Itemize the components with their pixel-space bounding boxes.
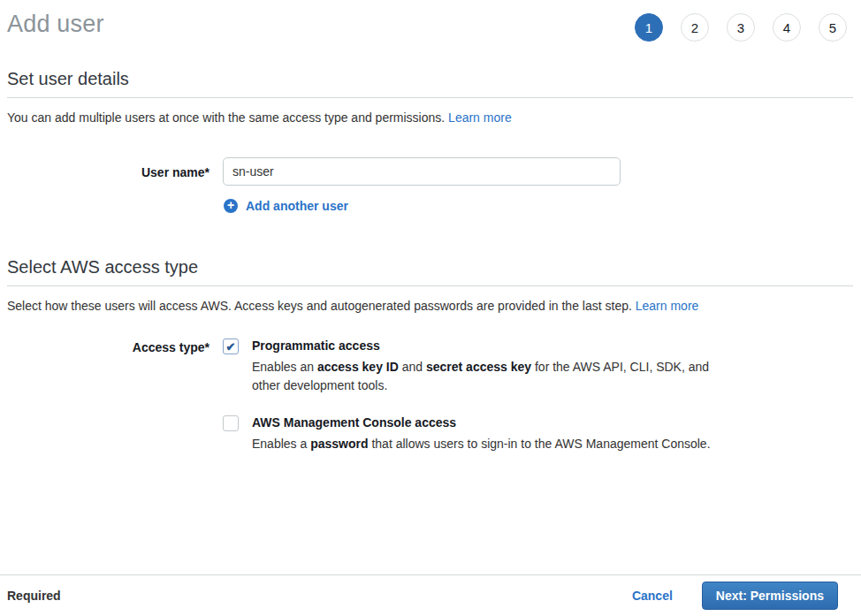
step-2: 2 bbox=[681, 13, 709, 42]
step-2-label: 2 bbox=[691, 20, 698, 35]
page-header: Add user 1 2 3 4 5 bbox=[0, 0, 861, 42]
desc-text: and bbox=[399, 360, 426, 374]
check-icon: ✔ bbox=[226, 341, 236, 353]
desc-text: Enables a bbox=[252, 437, 310, 451]
select-access-type-section: Select AWS access type Select how these … bbox=[0, 257, 861, 453]
learn-more-link-user-details[interactable]: Learn more bbox=[448, 110, 512, 125]
access-type-description-text: Select how these users will access AWS. … bbox=[7, 299, 632, 313]
step-3: 3 bbox=[727, 13, 755, 42]
step-5: 5 bbox=[819, 13, 847, 42]
console-access-checkbox[interactable]: ✔ bbox=[223, 415, 239, 431]
desc-text: that allows users to sign-in to the AWS … bbox=[369, 437, 711, 451]
option-console-access: ✔ AWS Management Console access Enables … bbox=[223, 415, 719, 453]
programmatic-access-desc: Enables an access key ID and secret acce… bbox=[252, 358, 719, 395]
console-access-title: AWS Management Console access bbox=[252, 415, 711, 430]
user-name-label: User name* bbox=[7, 157, 210, 213]
page-title: Add user bbox=[7, 9, 104, 39]
wizard-footer: Required Cancel Next: Permissions bbox=[0, 574, 861, 616]
step-1-label: 1 bbox=[645, 20, 652, 35]
access-type-row: Access type* ✔ Programmatic access Enabl… bbox=[7, 338, 853, 453]
step-3-label: 3 bbox=[737, 20, 744, 35]
desc-bold: secret access key bbox=[426, 360, 531, 374]
add-another-user-button[interactable]: + Add another user bbox=[224, 199, 621, 213]
required-note: Required bbox=[7, 589, 61, 603]
user-details-heading: Set user details bbox=[7, 69, 853, 98]
next-permissions-button[interactable]: Next: Permissions bbox=[702, 582, 838, 610]
step-indicator: 1 2 3 4 5 bbox=[635, 13, 847, 42]
desc-bold: access key ID bbox=[317, 360, 399, 374]
step-4: 4 bbox=[773, 13, 801, 42]
user-details-description-text: You can add multiple users at once with … bbox=[7, 110, 445, 125]
add-user-page: Add user 1 2 3 4 5 Set user details You … bbox=[0, 0, 861, 616]
programmatic-access-checkbox[interactable]: ✔ bbox=[223, 338, 239, 354]
access-type-label: Access type* bbox=[7, 338, 210, 453]
step-1: 1 bbox=[635, 13, 663, 42]
programmatic-access-title: Programmatic access bbox=[252, 338, 719, 354]
plus-icon: + bbox=[224, 199, 238, 213]
cancel-button[interactable]: Cancel bbox=[632, 589, 673, 603]
desc-bold: password bbox=[310, 437, 368, 451]
access-type-heading: Select AWS access type bbox=[7, 257, 853, 286]
user-details-description: You can add multiple users at once with … bbox=[7, 110, 853, 125]
add-another-user-label: Add another user bbox=[246, 199, 348, 213]
desc-text: Enables an bbox=[252, 360, 317, 374]
option-programmatic-access: ✔ Programmatic access Enables an access … bbox=[223, 338, 719, 395]
user-name-row: User name* + Add another user bbox=[7, 157, 853, 213]
user-name-input[interactable] bbox=[223, 157, 621, 186]
step-4-label: 4 bbox=[783, 20, 790, 35]
set-user-details-section: Set user details You can add multiple us… bbox=[0, 69, 861, 213]
console-access-desc: Enables a password that allows users to … bbox=[252, 435, 711, 453]
learn-more-link-access-type[interactable]: Learn more bbox=[636, 299, 699, 313]
step-5-label: 5 bbox=[829, 20, 836, 35]
access-type-description: Select how these users will access AWS. … bbox=[7, 299, 853, 314]
